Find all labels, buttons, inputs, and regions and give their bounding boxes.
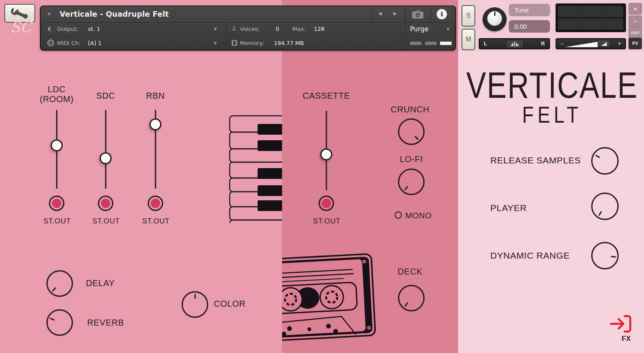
- sdc-label: SDC: [96, 91, 115, 101]
- tune-knob[interactable]: [483, 7, 507, 31]
- midi-channel-value[interactable]: [A] 1: [88, 40, 101, 46]
- verticale-kontakt-ui: SC ▼ Verticale - Quadruple Felt ◀ ▶ i € …: [0, 0, 644, 353]
- deck-label: DECK: [398, 267, 422, 277]
- mute-button[interactable]: M: [462, 29, 475, 50]
- fx-label: FX: [622, 335, 631, 343]
- reverb-knob[interactable]: [46, 309, 73, 336]
- sdc-stereo-out-button[interactable]: [98, 196, 113, 211]
- ldc-volume-slider[interactable]: [51, 110, 63, 189]
- piano-keys-illustration: [228, 113, 282, 223]
- rbn-stereo-out-button[interactable]: [148, 196, 163, 211]
- close-button[interactable]: ×: [629, 3, 642, 15]
- dynamic-range-knob[interactable]: [591, 242, 619, 269]
- right-panel-background: [458, 0, 644, 353]
- delay-label: DELAY: [86, 278, 115, 288]
- voices-value: 0: [276, 26, 279, 32]
- kontakt-instrument-header: ▼ Verticale - Quadruple Felt ◀ ▶ i € Out…: [40, 6, 456, 51]
- header-divider: [430, 6, 431, 22]
- delay-knob[interactable]: [46, 270, 73, 297]
- volume-fill-wedge: [565, 42, 598, 47]
- pan-slider[interactable]: L R: [479, 38, 550, 49]
- rbn-slider-handle[interactable]: [149, 118, 161, 130]
- memory-label: Memory:: [240, 40, 264, 46]
- pan-icon-right-wedge: [516, 42, 519, 46]
- cassette-stereo-out-button[interactable]: [319, 196, 334, 211]
- pan-left-label: L: [484, 41, 487, 47]
- reverb-label: REVERB: [87, 318, 124, 328]
- pan-icon-left-wedge: [510, 42, 513, 46]
- player-knob[interactable]: [591, 193, 619, 220]
- fx-page-arrow-icon[interactable]: [610, 314, 632, 334]
- info-button[interactable]: i: [437, 9, 447, 19]
- midi-din-icon: [47, 39, 55, 47]
- volume-handle-icon: [601, 42, 607, 46]
- cassette-slider-handle[interactable]: [320, 148, 332, 160]
- stereo-level-meters: [556, 3, 626, 32]
- purge-button[interactable]: Purge: [410, 25, 428, 33]
- rbn-volume-slider[interactable]: [150, 110, 161, 189]
- minimize-button[interactable]: −: [629, 15, 642, 27]
- volume-handle[interactable]: [598, 40, 611, 48]
- memory-value: 194.77 MB: [274, 40, 304, 46]
- lofi-knob[interactable]: [398, 169, 425, 195]
- color-knob[interactable]: [182, 291, 208, 318]
- purge-state-bars: [410, 42, 452, 45]
- mono-label: MONO: [405, 211, 432, 220]
- pan-handle[interactable]: [506, 40, 523, 48]
- output-label: Output:: [57, 26, 79, 32]
- snapshot-camera-icon[interactable]: [411, 10, 425, 19]
- release-samples-label: RELEASE SAMPLES: [490, 155, 581, 166]
- tune-value[interactable]: 0.00: [509, 20, 550, 33]
- aux-button[interactable]: AUX: [629, 27, 642, 38]
- pan-right-label: R: [541, 41, 545, 47]
- sdc-slider-handle[interactable]: [100, 152, 112, 164]
- header-divider: [41, 36, 455, 36]
- output-value[interactable]: st. 1: [88, 26, 100, 32]
- output-dropdown-caret[interactable]: ▼: [214, 27, 217, 31]
- solo-button[interactable]: S: [462, 5, 475, 27]
- memory-chip-icon: [231, 39, 238, 46]
- ldc-label-line2: (ROOM): [39, 94, 73, 104]
- mono-toggle[interactable]: [395, 211, 402, 219]
- meter-right-channel: [558, 18, 623, 30]
- felt-logo: FELT: [465, 101, 638, 128]
- meter-left-channel: [558, 6, 623, 17]
- midi-dropdown-caret[interactable]: ▼: [214, 41, 217, 45]
- cassette-stout-label: ST.OUT: [313, 217, 340, 226]
- crunch-knob[interactable]: [398, 118, 425, 145]
- color-label: COLOR: [214, 299, 246, 309]
- sdc-slider-track: [105, 110, 106, 189]
- header-divider: [41, 22, 455, 23]
- instrument-collapse-caret[interactable]: ▼: [48, 12, 51, 16]
- purge-dropdown-caret[interactable]: ▼: [447, 27, 450, 31]
- dynamic-range-label: DYNAMIC RANGE: [490, 250, 570, 261]
- verticale-logo: VERTICALE: [465, 65, 638, 106]
- instrument-title[interactable]: Verticale - Quadruple Felt: [60, 10, 169, 18]
- sdc-stout-label: ST.OUT: [92, 217, 120, 226]
- header-divider: [372, 6, 372, 22]
- tune-label: Tune: [509, 4, 550, 16]
- release-samples-knob[interactable]: [591, 147, 619, 175]
- volume-minus-label: −: [560, 40, 564, 47]
- ldc-stereo-out-button[interactable]: [49, 196, 64, 211]
- wrench-icon: [10, 8, 30, 19]
- voices-label: Voices:: [240, 26, 260, 32]
- cassette-volume-slider[interactable]: [321, 111, 332, 190]
- pv-button[interactable]: PV: [629, 38, 642, 49]
- voices-icon: ♫: [231, 25, 236, 31]
- next-instrument-arrow[interactable]: ▶: [393, 11, 397, 16]
- deck-knob[interactable]: [398, 285, 425, 311]
- ldc-stout-label: ST.OUT: [43, 217, 71, 226]
- crunch-label: CRUNCH: [391, 105, 429, 115]
- ldc-slider-handle[interactable]: [51, 139, 63, 151]
- header-divider: [226, 22, 227, 50]
- volume-slider[interactable]: − +: [556, 38, 626, 49]
- output-icon: €: [48, 26, 52, 33]
- middle-panel-background: [282, 0, 458, 353]
- previous-instrument-arrow[interactable]: ◀: [378, 11, 382, 16]
- cassette-tape-illustration: [282, 253, 379, 348]
- sdc-volume-slider[interactable]: [100, 110, 112, 189]
- pan-icon-center-line: [514, 42, 515, 47]
- player-label: PLAYER: [490, 203, 527, 213]
- max-voices-value[interactable]: 128: [314, 26, 325, 32]
